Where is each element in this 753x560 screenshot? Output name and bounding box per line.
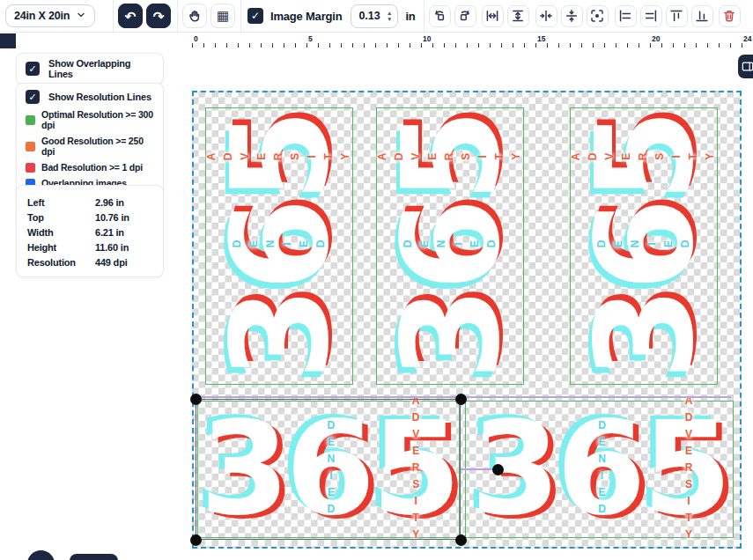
image-margin-checkbox[interactable]: ✓ (247, 8, 263, 24)
selection-box[interactable] (196, 399, 461, 540)
design-image-365[interactable]: 365DENIEDADVERSITY (210, 113, 351, 381)
ruler-horizontal: 0510152024 (16, 33, 753, 48)
design-word-denied: DENIED (595, 238, 696, 250)
selection-handle[interactable] (455, 394, 467, 405)
ruler-tick (226, 43, 227, 48)
design-word-adversity: ADVERSITY (683, 394, 695, 545)
gang-sheet-canvas[interactable]: 365DENIEDADVERSITY365DENIEDADVERSITY365D… (192, 91, 742, 549)
ruler-tick (616, 43, 616, 48)
legend-color-swatch (26, 163, 35, 173)
rotate-right-button[interactable] (454, 5, 476, 27)
ruler-tick (432, 43, 433, 48)
ruler-tick (375, 43, 376, 48)
ruler-tick (627, 43, 628, 48)
ruler-tick (673, 43, 674, 48)
selection-info-rows: Left2.96 inTop10.76 inWidth6.21 inHeight… (27, 197, 152, 268)
ruler-tick (742, 43, 742, 48)
stepper[interactable]: ▲ ▼ (387, 11, 397, 22)
info-row: Top10.76 in (27, 212, 152, 223)
pan-tool-button[interactable] (182, 4, 207, 28)
show-resolution-checkbox[interactable]: ✓ (26, 90, 40, 104)
redo-button[interactable]: ↷ (146, 4, 171, 28)
selection-info-card: Left2.96 inTop10.76 inWidth6.21 inHeight… (16, 185, 164, 277)
divider (113, 0, 114, 33)
align-left-button[interactable] (615, 5, 637, 27)
ruler-tick (707, 43, 708, 48)
fit-width-button[interactable] (482, 5, 504, 27)
ruler-tick (513, 43, 513, 48)
stepper-up-icon: ▲ (387, 11, 392, 16)
ruler-tick (238, 43, 239, 48)
resolution-lines-label: Show Resolution Lines (48, 92, 151, 102)
check-icon: ✓ (28, 63, 36, 75)
align-top-button[interactable] (666, 5, 688, 27)
bottom-left-circle-button[interactable] (27, 550, 55, 560)
ruler-tick (730, 43, 731, 48)
selection-handle[interactable] (455, 534, 467, 546)
center-horizontal-button[interactable] (535, 5, 557, 27)
center-artboard-button[interactable] (587, 5, 609, 27)
ruler-tick (215, 43, 216, 48)
ruler-tick (352, 43, 353, 48)
redo-icon: ↷ (153, 10, 165, 23)
design-word-denied: DENIED (402, 238, 502, 250)
align-right-button[interactable] (640, 5, 662, 27)
overlapping-lines-card: ✓ Show Overlapping Lines (16, 53, 164, 85)
ruler-tick (318, 43, 319, 48)
ruler-tick (558, 43, 559, 48)
center-vertical-button[interactable] (561, 5, 583, 27)
ruler-tick (306, 43, 307, 48)
design-image-365[interactable]: 365DENIEDADVERSITY (466, 402, 733, 537)
resolution-lines-card: ✓ Show Resolution Lines Optimal Resoluti… (16, 83, 164, 197)
selection-handle[interactable] (190, 394, 202, 405)
fit-height-button[interactable] (507, 5, 529, 27)
ruler-label: 5 (308, 34, 313, 43)
ruler-tick (421, 43, 422, 48)
align-bottom-button[interactable] (691, 5, 713, 27)
design-image-365[interactable]: 365DENIEDADVERSITY (381, 113, 522, 381)
ruler-tick (524, 43, 525, 48)
sidebar-icon (742, 61, 753, 73)
design-tile[interactable]: 365DENIEDADVERSITY (376, 107, 524, 385)
chevron-down-icon (76, 10, 86, 23)
check-icon: ✓ (28, 92, 36, 103)
design-tile[interactable]: 365DENIEDADVERSITY (205, 107, 353, 385)
rotate-left-button[interactable] (429, 5, 451, 27)
ruler-tick (696, 43, 697, 48)
design-image-365[interactable]: 365DENIEDADVERSITY (575, 113, 716, 381)
ruler-tick (341, 43, 342, 48)
ruler-tick (639, 43, 639, 48)
legend-item: Good Resolution >= 250 dpi (26, 136, 154, 157)
design-word-adversity: ADVERSITY (205, 151, 356, 163)
design-tile[interactable]: 365DENIEDADVERSITY (465, 401, 734, 538)
selection-handle[interactable] (190, 534, 202, 546)
toolbar: 24in X 20in ↶ ↷ ▦ ✓ Image Margin 0.13 ▲ … (0, 0, 753, 33)
ruler-label: 10 (423, 34, 431, 43)
ruler-tick (547, 43, 548, 48)
ruler-tick (719, 43, 720, 48)
ruler-tick (387, 43, 388, 48)
legend-color-swatch (26, 115, 35, 125)
sheet-size-dropdown[interactable]: 24in X 20in (5, 4, 95, 27)
info-row: Resolution449 dpi (27, 257, 152, 268)
legend-label: Bad Resolution >= 1 dpi (41, 162, 143, 173)
rotate-handle[interactable] (492, 464, 504, 475)
divider (177, 0, 178, 33)
panel-toggle-button[interactable] (738, 55, 753, 78)
image-margin-input[interactable]: 0.13 ▲ ▼ (351, 4, 398, 28)
show-overlapping-checkbox[interactable]: ✓ (26, 62, 40, 76)
design-tile[interactable]: 365DENIEDADVERSITY (570, 107, 718, 385)
info-value: 10.76 in (95, 212, 129, 223)
grid-toggle-button[interactable]: ▦ (210, 4, 235, 28)
legend-label: Good Resolution >= 250 dpi (41, 136, 154, 157)
ruler-tick (203, 43, 204, 48)
ruler-tick (650, 43, 651, 48)
info-value: 6.21 in (95, 227, 124, 238)
design-word-denied: DENIED (231, 238, 331, 250)
undo-button[interactable]: ↶ (118, 4, 143, 28)
bottom-left-pill-button[interactable] (70, 554, 118, 560)
delete-button[interactable] (719, 5, 741, 27)
ruler-tick (295, 43, 296, 48)
ruler-tick (535, 43, 536, 48)
ruler-tick (272, 43, 273, 48)
